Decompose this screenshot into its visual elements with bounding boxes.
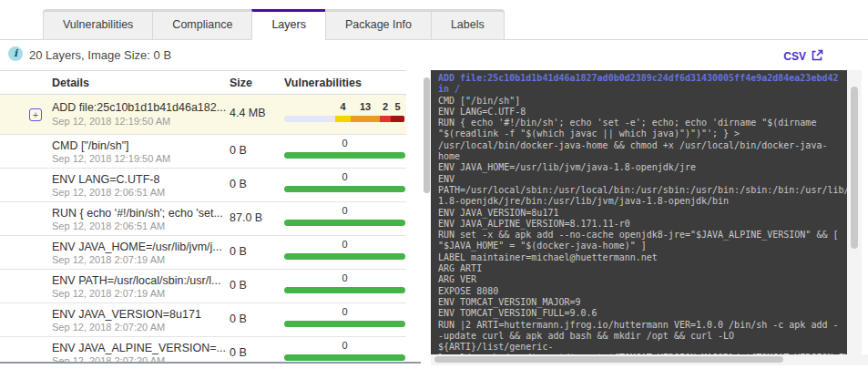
tab-compliance[interactable]: Compliance — [152, 9, 251, 40]
layer-command: ENV JAVA_HOME=/usr/lib/jvm/j... — [52, 241, 227, 253]
table-row[interactable]: +ADD file:25c10b1d1b41d46a182...Sep 12, … — [0, 95, 406, 135]
vulnerability-counts: 0 — [284, 205, 405, 218]
code-line: PATH=/usr/local/sbin:/usr/local/bin:/usr… — [438, 185, 847, 196]
tab-package-info[interactable]: Package Info — [325, 9, 431, 40]
dockerfile-panel[interactable]: ADD file:25c10b1d1b41d46a1827ad0b0d2389c… — [431, 70, 847, 354]
table-row[interactable]: ENV JAVA_HOME=/usr/lib/jvm/j...Sep 12, 2… — [0, 236, 406, 270]
code-line: RUN set -x && apk add --no-cache openjdk… — [438, 230, 847, 241]
layer-command: CMD ["/bin/sh"] — [52, 139, 227, 152]
vulnerability-total: 0 — [284, 239, 405, 250]
layer-size: 0 B — [230, 245, 247, 258]
tab-layers[interactable]: Layers — [251, 9, 325, 40]
layer-command: ADD file:25c10b1d1b41d46a182... — [52, 101, 227, 114]
severity-segment — [351, 116, 380, 122]
code-line: home — [438, 151, 847, 162]
table-row[interactable]: RUN { echo '#!/bin/sh'; echo 'set...Sep … — [0, 202, 406, 236]
layer-timestamp: Sep 12, 2018 2:07:20 AM — [52, 322, 165, 333]
layer-size: 87.0 B — [230, 211, 262, 224]
code-line: -update curl && apk add bash && mkdir /o… — [438, 331, 847, 342]
table-body: +ADD file:25c10b1d1b41d46a182...Sep 12, … — [0, 95, 406, 363]
code-line: ENV JAVA_VERSION=8u171 — [438, 208, 847, 219]
code-line: ENV JAVA_ALPINE_VERSION=8.171.11-r0 — [438, 219, 847, 230]
column-header-size: Size — [230, 71, 252, 96]
tab-labels[interactable]: Labels — [431, 9, 505, 40]
safe-bar — [284, 152, 405, 159]
table-bottom-divider — [0, 362, 421, 364]
layer-timestamp: Sep 12, 2018 2:06:51 AM — [52, 187, 165, 198]
code-horizontal-scrollbar[interactable] — [434, 356, 783, 363]
table-header: Details Size Vulnerabilities — [0, 70, 406, 95]
vulnerability-total: 0 — [284, 306, 405, 317]
code-line: /usr/local/bin/docker-java-home && chmod… — [438, 140, 847, 151]
code-line: ENV JAVA_HOME=/usr/lib/jvm/java-1.8-open… — [438, 162, 847, 173]
code-line: ENV LANG=C.UTF-8 — [438, 107, 847, 118]
vulnerability-counts: 41325 — [284, 101, 405, 114]
export-icon — [812, 49, 823, 64]
vulnerability-counts: 0 — [284, 138, 405, 150]
severity-segment — [391, 116, 404, 122]
code-line: "$JAVA_HOME" = "$(docker-java-home)" ] — [438, 241, 847, 251]
vulnerabilities-cell: 0 — [284, 340, 405, 361]
severity-bar — [284, 116, 405, 122]
layer-command: ENV LANG=C.UTF-8 — [52, 173, 227, 186]
layer-size: 4.4 MB — [230, 107, 266, 119]
code-line: RUN { echo '#!/bin/sh'; echo 'set -e'; e… — [438, 118, 847, 128]
layer-size: 0 B — [230, 279, 247, 292]
severity-count: 5 — [394, 101, 400, 112]
code-line: ENV — [438, 174, 847, 185]
code-line: ENV TOMCAT_VERSION_MAJOR=9 — [438, 297, 847, 308]
csv-link-label: CSV — [783, 50, 806, 63]
severity-count: 4 — [340, 101, 345, 112]
safe-bar — [284, 220, 405, 226]
layer-size: 0 B — [230, 178, 247, 190]
table-row[interactable]: ENV LANG=C.UTF-8Sep 12, 2018 2:06:51 AM0… — [0, 169, 406, 202]
code-line: LABEL maintainer=michael@huettermann.net — [438, 252, 847, 263]
csv-export-link[interactable]: CSV — [783, 49, 823, 64]
layer-command: RUN { echo '#!/bin/sh'; echo 'set... — [52, 207, 227, 220]
vulnerability-counts: 0 — [284, 171, 405, 184]
code-line: CMD ["/bin/sh"] — [438, 96, 847, 107]
vulnerability-total: 0 — [284, 171, 405, 182]
table-row[interactable]: ENV JAVA_VERSION=8u171Sep 12, 2018 2:07:… — [0, 303, 406, 337]
layers-screen: VulnerabilitiesComplianceLayersPackage I… — [0, 0, 868, 369]
vulnerabilities-cell: 0 — [284, 306, 405, 327]
vulnerabilities-cell: 0 — [284, 272, 405, 293]
column-header-vulnerabilities: Vulnerabilities — [284, 71, 362, 96]
layer-timestamp: Sep 12, 2018 2:06:51 AM — [52, 220, 165, 231]
layer-timestamp: Sep 12, 2018 2:07:19 AM — [52, 288, 165, 299]
code-line: ARG VER — [438, 274, 847, 285]
severity-count: 2 — [383, 101, 388, 112]
layer-command: ENV JAVA_ALPINE_VERSION=... — [52, 342, 227, 354]
vulnerability-total: 0 — [284, 205, 405, 216]
safe-bar — [284, 354, 405, 361]
layer-command: ENV JAVA_VERSION=8u171 — [52, 308, 227, 321]
vulnerabilities-cell: 0 — [284, 239, 405, 260]
layer-timestamp: Sep 12, 2018 2:07:19 AM — [52, 254, 165, 265]
layers-summary: 20 Layers, Image Size: 0 B — [29, 48, 171, 62]
layer-size: 0 B — [230, 346, 247, 359]
expand-row-icon[interactable]: + — [29, 108, 42, 121]
vulnerability-total: 0 — [284, 138, 405, 149]
vulnerability-total: 0 — [284, 340, 405, 351]
code-line: 1.8-openjdk/jre/bin:/usr/lib/jvm/java-1.… — [438, 196, 847, 207]
code-line: ARG ARTI — [438, 263, 847, 274]
safe-bar — [284, 253, 405, 260]
table-row[interactable]: CMD ["/bin/sh"]Sep 12, 2018 12:19:50 AM0… — [0, 135, 406, 169]
vulnerabilities-cell: 0 — [284, 171, 405, 192]
table-row[interactable]: ENV JAVA_ALPINE_VERSION=...Sep 12, 2018 … — [0, 337, 406, 363]
code-line-highlighted: ADD file:25c10b1d1b41d46a1827ad0b0d2389c… — [438, 73, 847, 84]
vulnerability-counts: 0 — [284, 272, 405, 285]
vulnerabilities-cell: 41325 — [284, 101, 405, 122]
code-vertical-scrollbar[interactable] — [851, 87, 858, 249]
safe-bar — [284, 321, 405, 327]
vulnerability-total: 0 — [284, 272, 405, 283]
vulnerabilities-cell: 0 — [284, 205, 405, 226]
table-vertical-scrollbar[interactable] — [424, 77, 430, 193]
table-row[interactable]: ENV PATH=/usr/local/sbin:/usr/l...Sep 12… — [0, 270, 406, 303]
tab-vulnerabilities[interactable]: Vulnerabilities — [43, 9, 152, 40]
tab-bar: VulnerabilitiesComplianceLayersPackage I… — [43, 9, 505, 40]
info-icon: i — [8, 46, 23, 61]
severity-segment — [335, 116, 351, 122]
vulnerability-counts: 0 — [284, 239, 405, 251]
severity-segment — [380, 116, 391, 122]
